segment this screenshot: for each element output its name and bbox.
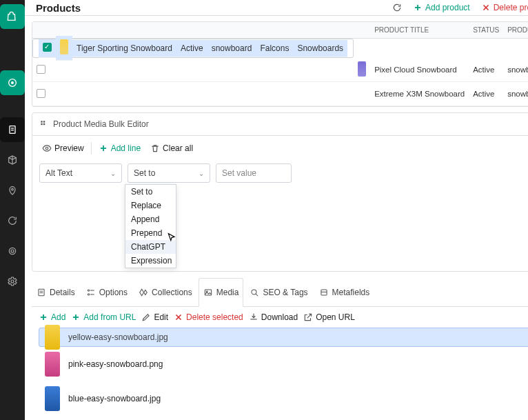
svg-rect-23 — [41, 123, 42, 125]
document-icon — [7, 124, 18, 135]
chevron-down-icon: ⌄ — [110, 170, 116, 177]
open-url-button[interactable]: Open URL — [303, 312, 355, 322]
svg-point-6 — [11, 250, 14, 252]
table-row[interactable]: Tiger Sporting Snowboard Active snowboar… — [32, 39, 354, 58]
svg-line-38 — [256, 294, 258, 296]
col-title[interactable]: Product Title — [370, 22, 469, 39]
nav-item-gear[interactable] — [0, 269, 25, 294]
bag-icon — [7, 11, 18, 22]
svg-point-31 — [88, 290, 89, 291]
detail-tabs: DetailsOptionsCollectionsMediaSEO & Tags… — [32, 277, 528, 307]
nav-item-refresh[interactable] — [0, 208, 25, 233]
gear-icon — [7, 276, 18, 287]
add-product-button[interactable]: Add product — [409, 0, 474, 15]
bulk-editor-title: Product Media Bulk Editor — [53, 119, 149, 129]
product-thumb — [358, 61, 366, 77]
reload-icon — [392, 3, 402, 12]
chevron-down-icon: ⌄ — [199, 170, 204, 177]
eye-icon — [42, 143, 52, 153]
dropdown-item[interactable]: Replace — [125, 199, 176, 212]
svg-rect-22 — [43, 121, 45, 122]
tab-icon — [37, 288, 46, 297]
col-status[interactable]: Status — [469, 22, 503, 39]
plus-icon — [413, 3, 423, 12]
nav-item-selected[interactable] — [0, 70, 25, 95]
add-from-url-button[interactable]: Add from URL — [71, 312, 136, 322]
nav-item-ai[interactable] — [0, 239, 25, 263]
grid-icon — [39, 119, 49, 129]
nav-item-logo[interactable] — [0, 4, 25, 29]
media-item[interactable]: yellow-easy-snowboard.jpg × — [39, 328, 528, 347]
nav-item-pin[interactable] — [0, 178, 25, 203]
preview-button[interactable]: Preview — [39, 141, 87, 155]
tab-icon — [139, 288, 148, 297]
row-checkbox[interactable] — [43, 43, 52, 52]
dropdown-item[interactable]: Append — [125, 212, 176, 226]
tab-collections[interactable]: Collections — [134, 278, 197, 307]
refresh-button[interactable] — [388, 0, 406, 15]
add-media-button[interactable]: Add — [39, 312, 65, 322]
row-checkbox[interactable] — [37, 89, 45, 98]
delete-product-button[interactable]: Delete product — [477, 0, 528, 15]
sparkle-icon — [7, 246, 18, 257]
dropdown-item[interactable]: Prepend — [125, 226, 176, 240]
tab-details[interactable]: Details — [32, 278, 80, 307]
tab-seo-tags[interactable]: SEO & Tags — [245, 278, 312, 307]
product-thumb — [60, 39, 68, 54]
media-thumb — [45, 352, 60, 377]
value-input[interactable]: Set value — [216, 163, 292, 183]
media-list: yellow-easy-snowboard.jpg × pink-easy-sn… — [32, 328, 528, 416]
header: Products Add product Delete product Dupl… — [25, 0, 528, 16]
plus-icon — [39, 312, 48, 322]
row-checkbox[interactable] — [37, 65, 45, 74]
nav-item-doc[interactable] — [0, 117, 25, 142]
svg-rect-24 — [43, 123, 45, 125]
delete-selected-media-button[interactable]: Delete selected — [174, 312, 243, 322]
bulk-editor: Product Media Bulk Editor – ▢ ✕ Preview … — [32, 112, 528, 272]
media-filename: pink-easy-snowboard.png — [68, 359, 163, 369]
download-media-button[interactable]: Download — [249, 312, 298, 322]
nav-item-cube[interactable] — [0, 148, 25, 172]
add-line-button[interactable]: Add line — [96, 141, 143, 155]
edit-media-button[interactable]: Edit — [141, 312, 168, 322]
svg-point-5 — [12, 188, 14, 190]
clear-all-button[interactable]: Clear all — [148, 141, 196, 155]
svg-point-37 — [252, 290, 256, 294]
field-select[interactable]: Alt Text⌄ — [39, 163, 122, 183]
tab-media[interactable]: Media — [199, 278, 244, 307]
tab-options[interactable]: Options — [81, 278, 132, 307]
dropdown-item[interactable]: Expression — [125, 254, 176, 268]
svg-point-8 — [11, 280, 14, 283]
media-thumb — [45, 325, 60, 350]
operation-select[interactable]: Set to⌄ — [128, 163, 210, 183]
pencil-icon — [141, 312, 151, 322]
external-link-icon — [303, 312, 313, 322]
col-type[interactable]: Product Typ — [503, 22, 528, 39]
x-icon — [481, 3, 491, 12]
media-thumb — [45, 386, 60, 411]
svg-point-1 — [12, 82, 14, 84]
media-item[interactable]: blue-easy-snowboard.jpg × — [39, 381, 528, 416]
tab-icon — [86, 288, 96, 297]
svg-rect-35 — [205, 290, 211, 295]
tab-metafields[interactable]: Metafields — [314, 278, 375, 307]
refresh-icon — [7, 215, 18, 226]
cube-icon — [7, 154, 18, 166]
media-filename: yellow-easy-snowboard.jpg — [68, 332, 168, 342]
svg-rect-39 — [321, 290, 327, 295]
media-filename: blue-easy-snowboard.jpg — [68, 394, 161, 403]
table-row[interactable]: Pixel Cloud Snowboard Active snowboard F… — [32, 58, 528, 82]
svg-point-25 — [45, 147, 48, 150]
dropdown-item[interactable]: ChatGPT — [125, 240, 176, 254]
tag-circle-icon — [7, 77, 18, 88]
media-item[interactable]: pink-easy-snowboard.png × — [39, 347, 528, 381]
operation-dropdown[interactable]: Set toReplaceAppendPrependChatGPTExpress… — [125, 184, 176, 268]
product-grid[interactable]: Product Title Status Product Typ Vendor … — [32, 21, 528, 107]
plus-icon — [71, 312, 81, 322]
nav-item-generic[interactable] — [0, 40, 25, 65]
trash-icon — [150, 143, 160, 153]
dropdown-item[interactable]: Set to — [125, 185, 176, 199]
svg-rect-28 — [39, 289, 44, 295]
pin-icon — [7, 185, 18, 196]
table-row[interactable]: Extreme X3M Snowboard Active snowboard F… — [32, 82, 528, 106]
